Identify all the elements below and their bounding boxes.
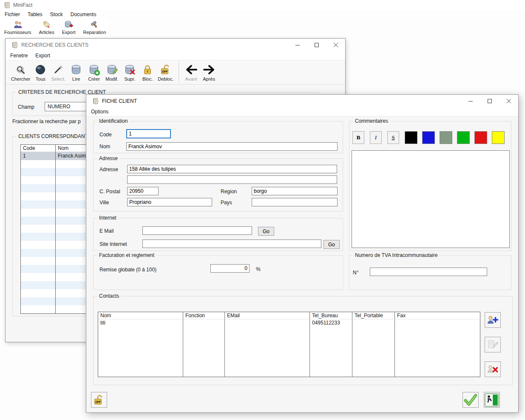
contacts-legend: Contacts [97,293,121,299]
email-input[interactable] [142,226,252,235]
toolbar-button-fournisseurs[interactable]: Fournisseurs [2,19,34,36]
toolbar-button-modif[interactable]: Modif. [103,61,121,83]
toolbar-button-chercher[interactable]: Chercher [10,61,31,83]
toolbar-button-reparation[interactable]: Reparation [80,19,108,36]
cell [21,241,56,249]
cell [183,319,225,327]
desktop: MiniFact FichierTablesStockDocuments Fou… [0,0,525,420]
delete-contact-button[interactable] [485,361,501,377]
edit-contact-icon [487,339,499,351]
results-legend: CLIENTS CORRESPONDANT [17,133,90,139]
window-controls [288,39,345,51]
validate-button[interactable] [463,392,479,408]
toolbar-button-articles[interactable]: Articles [37,19,57,36]
menu-item-stock[interactable]: Stock [46,10,67,19]
cell [21,297,56,305]
remise-input[interactable] [210,264,250,273]
contacts-table-row[interactable]: titi0495112233 [98,319,480,327]
toolbar-button-lire[interactable]: Lire [67,61,85,83]
color-swatch-3[interactable] [440,131,452,144]
toolbar-button-supr[interactable]: Supr. [121,61,139,83]
color-swatch-1[interactable] [405,131,417,144]
toolbar-button-cr-er[interactable]: Créer [85,61,103,83]
tva-number-input[interactable] [370,268,487,276]
toolbar-label: Chercher [11,76,30,82]
adresse2-input[interactable] [127,175,337,184]
maximize-icon [315,43,319,47]
color-swatch-5[interactable] [474,131,487,144]
minimize-button[interactable] [461,95,480,107]
unlock-toggle-button[interactable]: OFF [91,392,107,408]
comments-textarea[interactable] [352,150,510,248]
color-swatch-6[interactable] [492,131,505,144]
site-label: Site Internet [99,241,127,247]
toolbar-button-avant: Avant [182,61,200,83]
commentaires-legend: Commentaires [353,118,390,124]
adresse-label: Adresse [99,166,118,172]
window-icon [11,42,18,48]
edit-contact-button [485,337,501,352]
minimize-button[interactable] [288,39,307,51]
nom-label: Nom [99,144,110,149]
svg-text:OFF: OFF [95,400,101,403]
maximize-button[interactable] [307,39,326,51]
app-icon [3,2,10,8]
toolbar-button-select: Select. [49,61,67,83]
column-header-nom: Nom [98,312,183,319]
menu-item-options[interactable]: Options [87,107,112,116]
column-header-fonction: Fonction [183,312,225,319]
adresse-input[interactable] [127,165,337,173]
color-swatch-4[interactable] [457,131,470,144]
menu-item-documents[interactable]: Documents [67,10,100,19]
toolbar-button-apr-s[interactable]: Après [200,61,218,83]
italic-button[interactable]: I [370,131,382,144]
color-swatches [405,131,505,144]
maximize-button[interactable] [480,95,499,107]
cpostal-input[interactable] [127,187,159,195]
toolbar-button-debloc[interactable]: OFFDebloc. [156,61,175,83]
toolbar-button-export[interactable]: Export [60,19,78,36]
delete-icon [124,63,136,76]
menu-item-fenetre[interactable]: Fenetre [6,51,31,60]
internet-group: Internet E Mail Go Site Internet Go [93,218,343,251]
contacts-table: NomFonctionEMailTel_BureauTel_PortableFa… [98,312,480,377]
search-window-title: RECHERCHE DES CLIENTS [21,42,88,48]
facturation-group: Facturation et reglement Remise globale … [93,255,343,290]
bold-button[interactable]: B [352,131,364,144]
cell [352,319,395,327]
toolbar-button-tous[interactable]: Tous [31,61,49,83]
cell [395,327,480,377]
next-icon [202,63,216,76]
toolbar-label: Articles [39,30,54,35]
svg-text:OFF: OFF [162,70,167,73]
region-input[interactable] [252,187,338,195]
fiche-client-window: FICHE CLIENT Options Identification Code… [86,94,519,413]
pays-input[interactable] [252,198,338,206]
menu-item-fichier[interactable]: Fichier [1,10,24,19]
email-go-button[interactable]: Go [258,227,274,236]
nom-input[interactable] [126,142,338,151]
contacts-table-filler [98,327,480,377]
exit-button[interactable] [484,392,500,408]
close-button[interactable] [326,39,345,51]
site-go-button[interactable]: Go [324,240,340,249]
unlock-icon: OFF [159,63,172,76]
cell [21,168,56,176]
menu-item-tables[interactable]: Tables [24,10,46,19]
underline-button[interactable]: S [387,131,399,144]
code-input[interactable] [126,129,171,138]
close-button[interactable] [499,95,518,107]
color-swatch-2[interactable] [422,131,435,144]
close-icon [334,43,338,47]
ville-input[interactable] [127,198,212,206]
add-contact-button[interactable] [485,312,501,328]
champ-label: Champ [18,104,34,110]
articles-icon [43,20,51,29]
site-input[interactable] [142,240,321,248]
region-label: Region [221,189,237,194]
column-header-code[interactable]: Code [21,145,56,152]
menu-item-export[interactable]: Export [31,51,54,60]
cell: 1 [21,152,56,160]
toolbar-button-bloc[interactable]: Bloc. [139,61,156,83]
window-icon [92,98,99,104]
